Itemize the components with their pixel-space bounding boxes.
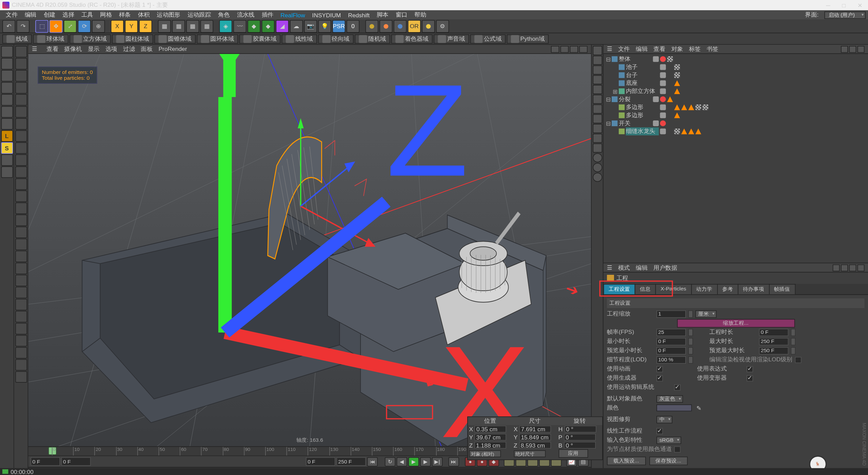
plugin-icon[interactable] bbox=[394, 20, 407, 32]
om-menu[interactable]: 文件 bbox=[618, 45, 630, 53]
spinner[interactable] bbox=[791, 328, 795, 336]
snap-option[interactable] bbox=[15, 70, 27, 81]
snap-option[interactable] bbox=[15, 371, 27, 383]
model-mode[interactable] bbox=[1, 46, 13, 57]
vp-nav-icon[interactable] bbox=[579, 45, 587, 52]
workplane-mode[interactable] bbox=[1, 82, 13, 94]
back-icon[interactable] bbox=[833, 264, 840, 271]
up-icon[interactable] bbox=[849, 264, 856, 271]
texture-mode[interactable] bbox=[1, 70, 13, 81]
vp-tool-icon[interactable] bbox=[593, 95, 602, 104]
snap-option[interactable] bbox=[15, 359, 27, 370]
vp-menu[interactable]: 面板 bbox=[141, 45, 153, 53]
field-type-button[interactable]: 圆环体域 bbox=[197, 34, 238, 43]
psr-button[interactable]: PSR bbox=[332, 20, 345, 32]
vp-tool-icon[interactable] bbox=[593, 104, 602, 114]
pmax-input[interactable]: 250 F bbox=[759, 347, 788, 354]
vp-tool-icon[interactable] bbox=[593, 46, 602, 55]
prev-frame-button[interactable]: ◀ bbox=[397, 457, 407, 466]
cs-combo[interactable]: sRGB bbox=[656, 436, 681, 444]
scale-input[interactable]: 1 bbox=[656, 310, 686, 318]
pos-input[interactable]: 39.67 cm bbox=[475, 434, 507, 440]
grid-mode[interactable] bbox=[1, 166, 13, 178]
object-row[interactable]: ⊟整体 bbox=[605, 55, 867, 63]
vp-menu[interactable]: 显示 bbox=[88, 45, 100, 53]
fwd-icon[interactable] bbox=[841, 264, 848, 271]
vp-tool-icon[interactable] bbox=[593, 124, 602, 133]
vp-menu[interactable]: 查看 bbox=[46, 45, 58, 53]
spinner[interactable] bbox=[688, 310, 693, 318]
object-row[interactable]: 池子 bbox=[605, 63, 867, 71]
filter-icon[interactable] bbox=[849, 45, 856, 52]
render-active-button[interactable]: ▦ bbox=[186, 20, 199, 32]
min-input[interactable]: 0 F bbox=[656, 338, 686, 345]
layout-select[interactable]: 启动 (用户) bbox=[824, 11, 866, 19]
axis-x-button[interactable]: X bbox=[111, 20, 124, 32]
menu-item[interactable]: 网格 bbox=[97, 11, 116, 19]
rotate-tool[interactable]: ⟳ bbox=[78, 20, 91, 32]
axis-z-button[interactable]: Z bbox=[139, 20, 152, 32]
end-frame[interactable]: 250 F bbox=[336, 457, 366, 466]
om-menu[interactable]: 编辑 bbox=[636, 45, 648, 53]
snap-option[interactable] bbox=[15, 214, 27, 226]
spinner[interactable] bbox=[688, 328, 693, 336]
load-preset-button[interactable]: 载入预设... bbox=[607, 456, 646, 465]
spinner[interactable] bbox=[791, 338, 795, 345]
plugin-icon[interactable] bbox=[379, 20, 392, 32]
menu-item[interactable]: 选择 bbox=[59, 11, 78, 19]
render-region-button[interactable]: ▦ bbox=[172, 20, 185, 32]
select-tool[interactable]: ⬚ bbox=[35, 20, 48, 32]
menu-item[interactable]: 插件 bbox=[258, 11, 277, 19]
field-type-button[interactable]: 圆柱体域 bbox=[112, 34, 153, 43]
gen-check[interactable] bbox=[656, 375, 663, 381]
goto-start-button[interactable]: ⏮ bbox=[367, 457, 378, 466]
field-type-button[interactable]: 立方体域 bbox=[70, 34, 111, 43]
snap-option[interactable] bbox=[15, 287, 27, 298]
object-row[interactable]: 细缝水龙头 bbox=[605, 127, 867, 135]
cube-icon[interactable]: ◈ bbox=[219, 20, 232, 32]
anim-check[interactable] bbox=[656, 366, 663, 372]
snap-option[interactable] bbox=[15, 227, 27, 238]
view-icon[interactable] bbox=[857, 45, 865, 52]
max-input[interactable]: 250 F bbox=[759, 338, 788, 345]
object-mode[interactable] bbox=[1, 58, 13, 70]
menu-item[interactable]: 流水线 bbox=[233, 11, 258, 19]
vp-tool-icon[interactable] bbox=[593, 173, 602, 182]
dur-input[interactable]: 0 F bbox=[759, 328, 788, 336]
tab-ref[interactable]: 参考 bbox=[717, 284, 738, 294]
menu-item[interactable]: 体积 bbox=[134, 11, 153, 19]
rot-input[interactable]: 0 ° bbox=[564, 426, 596, 433]
axis-mode[interactable]: L bbox=[1, 130, 13, 142]
mot-check[interactable] bbox=[674, 384, 680, 391]
apply-button[interactable]: 应用 bbox=[558, 449, 588, 458]
menu-item[interactable]: 运动图形 bbox=[153, 11, 184, 19]
snap-option[interactable] bbox=[15, 178, 27, 190]
environment-icon[interactable]: ☁ bbox=[290, 20, 303, 32]
snap-option[interactable] bbox=[15, 299, 27, 310]
object-row[interactable]: 底座 bbox=[605, 79, 867, 87]
vp-tool-icon[interactable] bbox=[593, 85, 602, 94]
field-type-button[interactable]: 随机域 bbox=[355, 34, 390, 43]
size-mode[interactable]: 绝对尺寸 bbox=[514, 450, 546, 457]
lin-check[interactable] bbox=[656, 428, 663, 434]
menu-item[interactable]: 帮助 bbox=[411, 11, 430, 19]
field-type-button[interactable]: 线性域 bbox=[282, 34, 317, 43]
snap-option[interactable] bbox=[15, 311, 27, 322]
viewport-3d[interactable]: Number of emitters: 0 Total live particl… bbox=[28, 54, 591, 446]
locked-tool[interactable]: ⊕ bbox=[92, 20, 105, 32]
object-row[interactable]: ⊟分裂 bbox=[605, 95, 867, 103]
snap-option[interactable] bbox=[15, 118, 27, 130]
camera-icon[interactable]: 📷 bbox=[304, 20, 317, 32]
snap-option[interactable] bbox=[15, 46, 27, 57]
snap-option[interactable] bbox=[15, 347, 27, 359]
field-type-button[interactable]: 径向域 bbox=[318, 34, 353, 43]
redo-icon[interactable]: ↷ bbox=[17, 20, 29, 32]
goto-end-button[interactable]: ⏭ bbox=[449, 457, 459, 466]
menu-item[interactable]: 工具 bbox=[78, 11, 97, 19]
snap-mode[interactable]: S bbox=[1, 142, 13, 154]
menu-item[interactable]: Redshift bbox=[344, 12, 373, 18]
field-type-button[interactable]: Python域 bbox=[507, 34, 549, 43]
deformer-icon[interactable]: ◢ bbox=[276, 20, 289, 32]
am-menu[interactable]: 用户数据 bbox=[653, 264, 677, 272]
om-menu[interactable]: 书签 bbox=[707, 45, 718, 53]
